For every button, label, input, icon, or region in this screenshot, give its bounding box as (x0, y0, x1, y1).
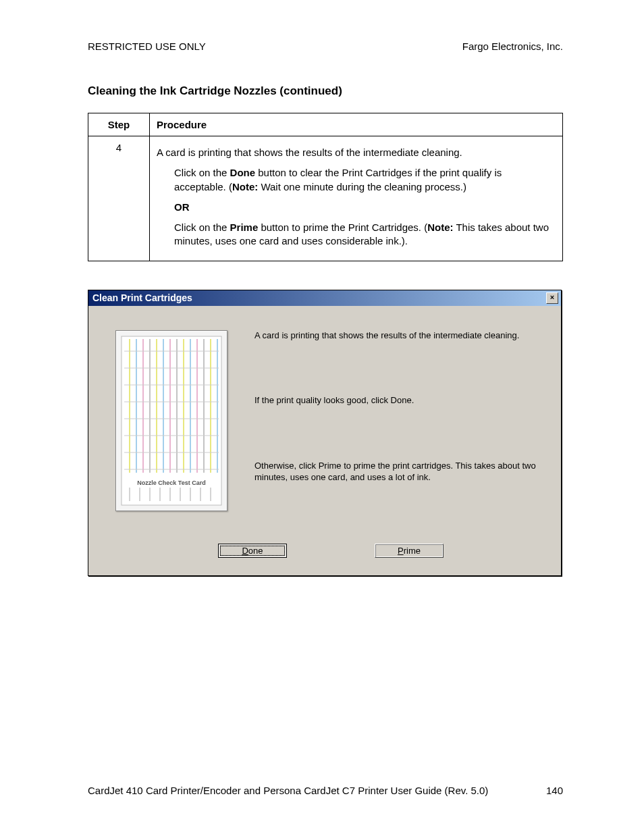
clean-print-cartridges-dialog: Clean Print Cartridges × (88, 290, 562, 576)
close-icon: × (550, 293, 554, 301)
table-row: 4 A card is printing that shows the resu… (88, 136, 563, 261)
dialog-titlebar[interactable]: Clean Print Cartridges × (88, 290, 561, 306)
dialog-text: A card is printing that shows the result… (254, 330, 546, 511)
card-label: Nozzle Check Test Card (116, 479, 227, 486)
step-number: 4 (88, 136, 150, 261)
col-step-header: Step (88, 113, 150, 136)
page-header: RESTRICTED USE ONLY Fargo Electronics, I… (88, 41, 563, 52)
procedure-cell: A card is printing that shows the result… (150, 136, 563, 261)
procedure-table: Step Procedure 4 A card is printing that… (88, 113, 563, 261)
nozzle-test-card-image: Nozzle Check Test Card (115, 330, 227, 511)
header-right: Fargo Electronics, Inc. (462, 41, 563, 52)
prime-button[interactable]: Prime (375, 544, 444, 558)
dialog-msg-3: Otherwise, click Prime to prime the prin… (254, 461, 546, 484)
page-number: 140 (546, 785, 563, 796)
col-procedure-header: Procedure (150, 113, 563, 136)
dialog-title: Clean Print Cartridges (92, 292, 192, 303)
done-button[interactable]: Done (218, 544, 287, 558)
proc-prime-instruction: Click on the Prime button to prime the P… (174, 221, 556, 249)
proc-or: OR (174, 201, 556, 214)
proc-intro: A card is printing that shows the result… (157, 146, 556, 159)
dialog-button-row: Done Prime (115, 544, 546, 558)
footer-text: CardJet 410 Card Printer/Encoder and Per… (88, 785, 488, 796)
dialog-screenshot: Clean Print Cartridges × (88, 290, 563, 576)
page-footer: CardJet 410 Card Printer/Encoder and Per… (88, 785, 563, 796)
close-button[interactable]: × (546, 292, 558, 304)
table-header-row: Step Procedure (88, 113, 563, 136)
document-page: RESTRICTED USE ONLY Fargo Electronics, I… (0, 0, 644, 576)
section-title: Cleaning the Ink Cartridge Nozzles (cont… (88, 84, 563, 98)
header-left: RESTRICTED USE ONLY (88, 41, 206, 52)
proc-done-instruction: Click on the Done button to clear the Pr… (174, 166, 556, 194)
dialog-msg-1: A card is printing that shows the result… (254, 330, 546, 342)
dialog-body: Nozzle Check Test Card A card is printin… (88, 306, 561, 575)
dialog-msg-2: If the print quality looks good, click D… (254, 395, 546, 407)
